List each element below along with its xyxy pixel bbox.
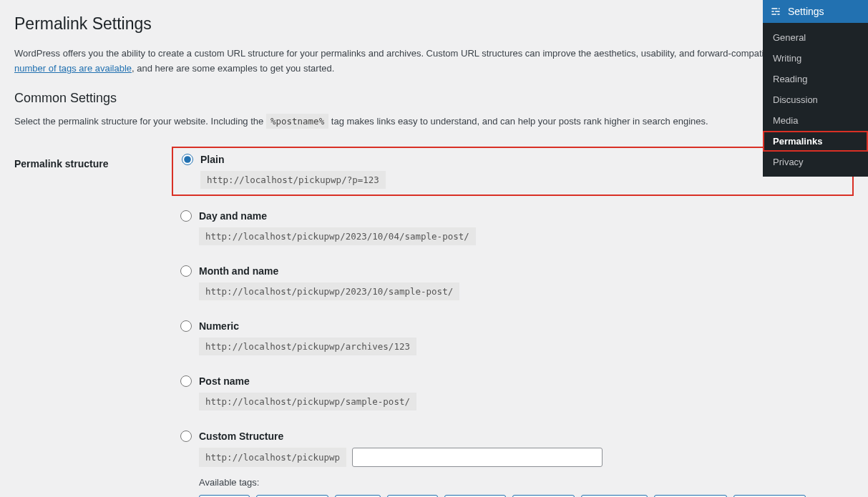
option-day-and-name: Day and namehttp://localhost/pickupwp/20…	[172, 205, 854, 251]
option-numeric: Numerichttp://localhost/pickupwp/archive…	[172, 315, 854, 361]
url-sample: http://localhost/pickupwp/sample-post/	[199, 393, 416, 410]
postname-tag-code: %postname%	[266, 114, 328, 129]
sidebar-item-privacy[interactable]: Privacy	[763, 152, 868, 172]
tag-button[interactable]: %post_id%	[581, 495, 648, 497]
radio-post-name[interactable]	[180, 375, 192, 387]
common-settings-heading: Common Settings	[14, 91, 854, 106]
url-sample: http://localhost/pickupwp/2023/10/04/sam…	[199, 227, 476, 245]
url-sample: http://localhost/pickupwp/archives/123	[199, 338, 416, 355]
url-sample: http://localhost/pickupwp/?p=123	[200, 171, 386, 189]
tag-button[interactable]: %year%	[199, 495, 250, 497]
sliders-icon	[770, 5, 783, 18]
sidebar-item-writing[interactable]: Writing	[763, 48, 868, 69]
sidebar-item-discussion[interactable]: Discussion	[763, 89, 868, 110]
label-plain: Plain	[200, 154, 224, 165]
radio-custom[interactable]	[180, 430, 192, 442]
radio-numeric[interactable]	[180, 320, 192, 332]
label-month-and-name: Month and name	[199, 265, 278, 277]
permalink-structure-label: Permalink structure	[14, 147, 172, 497]
sidebar-item-general[interactable]: General	[763, 27, 868, 48]
radio-month-and-name[interactable]	[180, 265, 192, 277]
custom-prefix: http://localhost/pickupwp	[199, 448, 346, 467]
option-month-and-name: Month and namehttp://localhost/pickupwp/…	[172, 260, 854, 306]
available-tags-label: Available tags:	[199, 477, 845, 488]
custom-structure-input[interactable]	[352, 448, 603, 467]
tag-button[interactable]: %minute%	[444, 495, 506, 497]
label-day-and-name: Day and name	[199, 210, 267, 222]
settings-sidebar: Settings GeneralWritingReadingDiscussion…	[763, 0, 868, 177]
option-plain: Plainhttp://localhost/pickupwp/?p=123	[172, 147, 854, 196]
sidebar-title: Settings	[788, 6, 824, 17]
tags-available-link[interactable]: number of tags are available	[14, 63, 132, 74]
tag-button[interactable]: %monthnum%	[256, 495, 328, 497]
tag-button[interactable]: %hour%	[387, 495, 438, 497]
option-post-name: Post namehttp://localhost/pickupwp/sampl…	[172, 370, 854, 416]
radio-day-and-name[interactable]	[180, 210, 192, 222]
tag-button[interactable]: %second%	[512, 495, 574, 497]
page-title: Permalink Settings	[14, 14, 854, 34]
desc-before: Select the permalink structure for your …	[14, 116, 266, 127]
intro-text-before: WordPress offers you the ability to crea…	[14, 48, 845, 59]
common-settings-desc: Select the permalink structure for your …	[14, 116, 854, 127]
label-numeric: Numeric	[199, 320, 239, 332]
intro-paragraph: WordPress offers you the ability to crea…	[14, 46, 854, 77]
tag-button[interactable]: %category%	[733, 495, 806, 497]
url-sample: http://localhost/pickupwp/2023/10/sample…	[199, 282, 459, 300]
intro-text-after: , and here are some examples to get you …	[132, 63, 334, 74]
option-custom: Custom Structure http://localhost/pickup…	[172, 425, 854, 497]
sidebar-header[interactable]: Settings	[763, 0, 868, 23]
sidebar-item-reading[interactable]: Reading	[763, 69, 868, 89]
tag-button[interactable]: %day%	[335, 495, 381, 497]
sidebar-item-permalinks[interactable]: Permalinks	[763, 131, 868, 152]
tag-button[interactable]: %postname%	[654, 495, 726, 497]
sidebar-item-media[interactable]: Media	[763, 110, 868, 131]
desc-after: tag makes links easy to understand, and …	[331, 116, 708, 127]
radio-plain[interactable]	[182, 154, 193, 165]
label-post-name: Post name	[199, 375, 250, 387]
label-custom: Custom Structure	[199, 430, 283, 442]
